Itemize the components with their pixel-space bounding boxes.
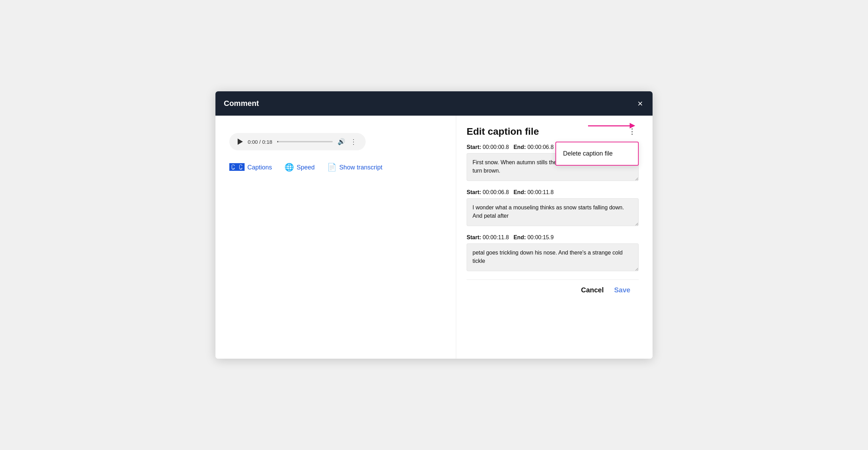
header-actions: ⋮ Delete caption file	[626, 126, 639, 137]
modal-body: 0:00 / 0:18 🔊 ⋮ 🅲🅲 Captions 🌐 Speed	[215, 116, 653, 359]
time-display: 0:00 / 0:18	[248, 139, 272, 145]
arrow-head	[630, 123, 635, 128]
audio-player: 0:00 / 0:18 🔊 ⋮	[229, 133, 366, 150]
transcript-icon: 📄	[327, 163, 337, 172]
close-button[interactable]: ×	[636, 98, 644, 109]
caption-textarea[interactable]	[467, 243, 639, 271]
arrow-line	[588, 125, 630, 126]
bottom-bar: Cancel Save	[467, 280, 639, 300]
right-panel: Edit caption file ⋮ Delete caption file …	[456, 116, 653, 359]
caption-timing: Start: 00:00:06.8 End: 00:00:11.8	[467, 189, 639, 195]
show-transcript-control[interactable]: 📄 Show transcript	[327, 163, 382, 172]
modal-title: Comment	[224, 99, 259, 108]
play-icon	[238, 139, 243, 145]
cancel-button[interactable]: Cancel	[581, 286, 604, 294]
delete-caption-file-item[interactable]: Delete caption file	[556, 146, 638, 161]
speed-control[interactable]: 🌐 Speed	[284, 163, 315, 172]
caption-timing: Start: 00:00:11.8 End: 00:00:15.9	[467, 234, 639, 241]
progress-bar[interactable]	[277, 141, 333, 142]
controls-row: 🅲🅲 Captions 🌐 Speed 📄 Show transcript	[229, 163, 442, 172]
arrow-annotation	[588, 123, 635, 128]
speed-label: Speed	[297, 164, 315, 171]
left-panel: 0:00 / 0:18 🔊 ⋮ 🅲🅲 Captions 🌐 Speed	[215, 116, 456, 359]
captions-label: Captions	[247, 164, 272, 171]
volume-icon[interactable]: 🔊	[338, 138, 345, 145]
progress-fill	[277, 141, 278, 142]
right-panel-header: Edit caption file ⋮ Delete caption file	[467, 126, 639, 137]
modal: Comment × 0:00 / 0:18 🔊 ⋮ 🅲🅲	[215, 91, 653, 359]
speed-icon: 🌐	[284, 163, 294, 172]
save-button[interactable]: Save	[614, 286, 630, 294]
caption-textarea[interactable]	[467, 198, 639, 226]
modal-header: Comment ×	[215, 91, 653, 116]
caption-entry: Start: 00:00:11.8 End: 00:00:15.9	[467, 234, 639, 273]
captions-control[interactable]: 🅲🅲 Captions	[229, 163, 272, 172]
caption-entry: Start: 00:00:06.8 End: 00:00:11.8	[467, 189, 639, 227]
more-options-icon[interactable]: ⋮	[350, 138, 357, 145]
panel-title: Edit caption file	[467, 126, 539, 137]
show-transcript-label: Show transcript	[339, 164, 382, 171]
captions-icon: 🅲🅲	[229, 163, 245, 172]
play-button[interactable]	[238, 139, 243, 145]
dropdown-menu: Delete caption file	[555, 142, 639, 166]
